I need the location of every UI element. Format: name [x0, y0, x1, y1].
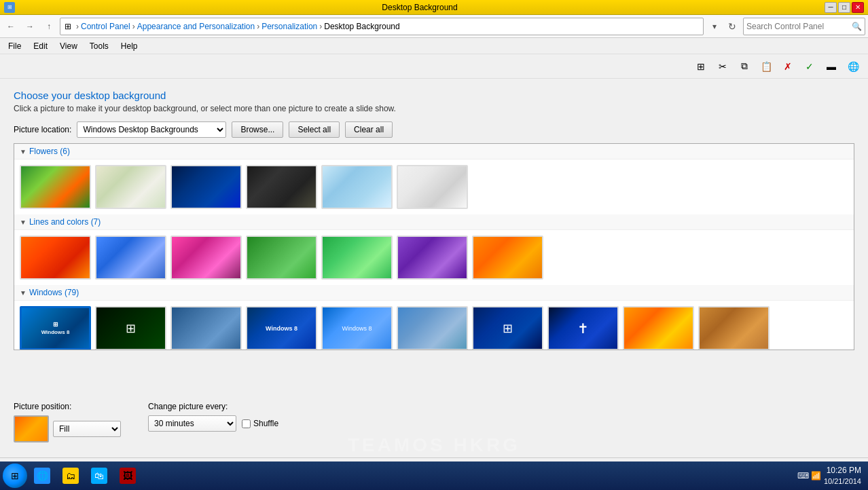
- windows-arrow-icon: ▼: [20, 289, 26, 297]
- menu-tools[interactable]: Tools: [84, 40, 114, 52]
- thumbnail-flower-6[interactable]: [397, 165, 468, 209]
- title-bar: ⊞ Desktop Background ─ □ ✕: [0, 0, 868, 15]
- position-select[interactable]: Fill Fit Stretch Tile Center: [53, 421, 121, 437]
- thumbnail-win-8[interactable]: ✝: [547, 306, 619, 350]
- search-input[interactable]: [746, 22, 852, 31]
- thumbnail-lc-1[interactable]: [20, 235, 91, 280]
- linescolors-thumbnails: [14, 230, 854, 285]
- thumbnail-flower-2[interactable]: [95, 165, 166, 209]
- position-selector: Fill Fit Stretch Tile Center: [14, 415, 121, 442]
- position-preview: [14, 415, 49, 442]
- breadcrumb-control-panel[interactable]: Control Panel: [81, 22, 130, 31]
- search-icon: 🔍: [852, 22, 862, 31]
- thumbnail-win-1[interactable]: ⊞Windows 8: [20, 306, 91, 350]
- taskbar-date: 10/21/2014: [824, 476, 861, 487]
- thumbnail-lc-7[interactable]: [472, 235, 543, 280]
- thumbnail-flower-1[interactable]: [20, 165, 91, 209]
- category-flowers-header[interactable]: ▼ Flowers (6): [14, 144, 854, 159]
- shuffle-checkbox-label[interactable]: Shuffle: [242, 419, 278, 428]
- controls-row: Picture location: Windows Desktop Backgr…: [14, 121, 854, 138]
- change-picture-label: Change picture every:: [148, 402, 278, 411]
- interval-select[interactable]: 30 minutes 1 hour 6 hours 1 day: [148, 415, 236, 432]
- refresh-button[interactable]: ↻: [724, 18, 740, 35]
- thumbnail-win-5[interactable]: Windows 8: [321, 306, 393, 350]
- taskbar-right: ⌨ 📶 10:26 PM 10/21/2014: [793, 465, 865, 487]
- position-group: Picture position: Fill Fit Stretch Tile …: [14, 402, 121, 442]
- breadcrumb-personalization[interactable]: Personalization: [261, 22, 317, 31]
- taskbar: ⊞ 🌐 🗂 🛍 🖼 ⌨ 📶 10:26 PM 10/21/2014: [0, 461, 868, 490]
- windows-label: Windows (79): [29, 288, 79, 297]
- picture-location-select[interactable]: Windows Desktop Backgrounds Pictures Lib…: [77, 121, 226, 138]
- thumbnail-flower-3[interactable]: [170, 165, 242, 209]
- thumbnail-win-9[interactable]: [623, 306, 694, 350]
- globe-button[interactable]: 🌐: [844, 57, 863, 76]
- dropdown-button[interactable]: ▾: [706, 18, 723, 35]
- category-linescolors-header[interactable]: ▼ Lines and colors (7): [14, 214, 854, 230]
- home-icon: ⊞: [65, 22, 71, 31]
- taskbar-ie[interactable]: 🌐: [29, 465, 56, 487]
- cut-button[interactable]: ✂: [713, 57, 732, 76]
- breadcrumb: ⊞ › Control Panel › Appearance and Perso…: [60, 18, 704, 35]
- minimize-button[interactable]: ─: [825, 2, 837, 13]
- thumbnail-lc-5[interactable]: [321, 235, 393, 280]
- window-controls: ─ □ ✕: [825, 2, 864, 13]
- thumbnail-win-10[interactable]: [698, 306, 770, 350]
- thumbnail-flower-4[interactable]: [246, 165, 317, 209]
- start-button[interactable]: ⊞: [3, 464, 27, 488]
- layout-button[interactable]: ⊞: [691, 57, 710, 76]
- main-content: Choose your desktop background Click a p…: [0, 79, 868, 396]
- keyboard-icon: ⌨: [797, 471, 809, 480]
- taskbar-store[interactable]: 🛍: [86, 465, 113, 487]
- interval-group: Change picture every: 30 minutes 1 hour …: [148, 402, 278, 432]
- thumbnail-flower-5[interactable]: [321, 165, 393, 209]
- taskbar-photo[interactable]: 🖼: [114, 465, 141, 487]
- minus-button[interactable]: ▬: [822, 57, 841, 76]
- breadcrumb-appearance[interactable]: Appearance and Personalization: [137, 22, 255, 31]
- thumbnail-lc-2[interactable]: [95, 235, 166, 280]
- delete-button[interactable]: ✗: [778, 57, 797, 76]
- thumbnail-lc-6[interactable]: [397, 235, 468, 280]
- thumbnail-win-4[interactable]: Windows 8: [246, 306, 317, 350]
- window-title: Desktop Background: [15, 3, 825, 12]
- shuffle-label: Shuffle: [253, 419, 278, 428]
- breadcrumb-current: Desktop Background: [324, 22, 399, 31]
- thumbnail-win-6[interactable]: [397, 306, 468, 350]
- menu-bar: File Edit View Tools Help: [0, 38, 868, 54]
- thumbnail-win-7[interactable]: ⊞: [472, 306, 543, 350]
- copy-button[interactable]: ⧉: [735, 57, 754, 76]
- page-title: Choose your desktop background: [14, 90, 854, 101]
- clear-all-button[interactable]: Clear all: [345, 121, 393, 138]
- flowers-label: Flowers (6): [29, 147, 70, 156]
- taskbar-time: 10:26 PM: [824, 465, 861, 476]
- browse-button[interactable]: Browse...: [232, 121, 283, 138]
- close-button[interactable]: ✕: [852, 2, 864, 13]
- network-icon: 📶: [811, 471, 821, 480]
- menu-help[interactable]: Help: [115, 40, 143, 52]
- menu-file[interactable]: File: [3, 40, 26, 52]
- forward-button[interactable]: →: [22, 18, 38, 35]
- address-bar: ← → ↑ ⊞ › Control Panel › Appearance and…: [0, 15, 868, 38]
- thumbnail-lc-3[interactable]: [170, 235, 242, 280]
- gallery-container[interactable]: ▼ Flowers (6) ▼ Lines and colors (7): [14, 143, 854, 350]
- menu-edit[interactable]: Edit: [28, 40, 53, 52]
- menu-view[interactable]: View: [54, 40, 83, 52]
- checkmark-button[interactable]: ✓: [800, 57, 819, 76]
- flowers-arrow-icon: ▼: [20, 148, 26, 155]
- category-windows-header[interactable]: ▼ Windows (79): [14, 285, 854, 301]
- up-button[interactable]: ↑: [41, 18, 57, 35]
- thumbnail-lc-4[interactable]: [246, 235, 317, 280]
- taskbar-explorer[interactable]: 🗂: [57, 465, 84, 487]
- interval-row: 30 minutes 1 hour 6 hours 1 day Shuffle: [148, 415, 278, 432]
- taskbar-clock[interactable]: 10:26 PM 10/21/2014: [824, 465, 861, 487]
- select-all-button[interactable]: Select all: [289, 121, 340, 138]
- picture-position-label: Picture position:: [14, 402, 121, 411]
- search-box: 🔍: [743, 18, 865, 35]
- paste-button[interactable]: 📋: [757, 57, 776, 76]
- thumbnail-win-2[interactable]: ⊞: [95, 306, 166, 350]
- shuffle-checkbox[interactable]: [242, 419, 251, 428]
- thumbnail-win-3[interactable]: [170, 306, 242, 350]
- toolbar: ⊞ ✂ ⧉ 📋 ✗ ✓ ▬ 🌐: [0, 54, 868, 79]
- back-button[interactable]: ←: [3, 18, 19, 35]
- taskbar-sys-icons: ⌨ 📶: [797, 471, 821, 480]
- maximize-button[interactable]: □: [838, 2, 850, 13]
